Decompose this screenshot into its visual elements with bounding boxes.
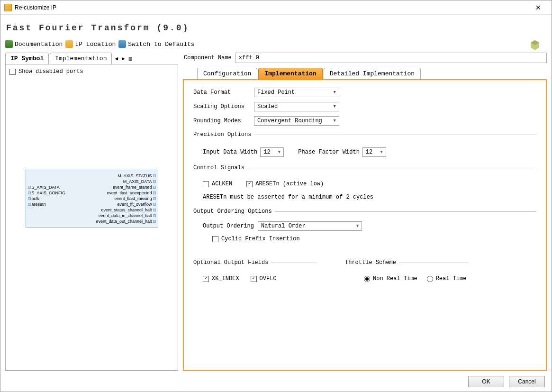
output-ordering-select[interactable]: Natural Order ▼ xyxy=(258,221,362,231)
aclken-label: ACLKEN xyxy=(212,181,232,187)
chevron-down-icon: ▼ xyxy=(334,119,336,123)
documentation-link[interactable]: Documentation xyxy=(5,40,63,48)
xk-index-label: XK_INDEX xyxy=(212,275,239,282)
chevron-down-icon: ▼ xyxy=(356,224,359,228)
non-realtime-radio[interactable]: Non Real Time xyxy=(364,275,417,282)
output-ordering-legend: Output Ordering Options xyxy=(193,208,275,215)
window: Re-customize IP ✕ Fast Fourier Transform… xyxy=(0,0,552,392)
port-label: M_AXIS_DATA xyxy=(123,179,152,184)
component-name-label: Component Name xyxy=(184,55,232,61)
scaling-options-label: Scaling Options xyxy=(193,103,250,110)
rounding-modes-label: Rounding Modes xyxy=(193,118,250,124)
output-ordering-label: Output Ordering xyxy=(203,223,254,229)
select-value: Convergent Rounding xyxy=(257,118,322,124)
ip-symbol-body: Show disabled ports M_AXIS_STATUS M_AXIS… xyxy=(5,64,178,371)
xk-index-checkbox[interactable]: ✓ XK_INDEX xyxy=(203,275,239,282)
port-icon xyxy=(28,186,31,189)
port-icon xyxy=(153,191,156,194)
port-label: S_AXIS_DATA xyxy=(32,185,60,190)
port-icon xyxy=(153,174,156,177)
tab-implementation[interactable]: Implementation xyxy=(258,68,322,79)
port-label: event_frame_started xyxy=(113,185,152,190)
input-data-width-label: Input Data Width xyxy=(203,149,257,155)
radio-icon xyxy=(427,276,433,282)
checkbox-icon xyxy=(9,69,16,75)
port-label: aclk xyxy=(32,196,39,201)
scaling-options-select[interactable]: Scaled ▼ xyxy=(254,102,339,111)
data-format-label: Data Format xyxy=(193,89,250,96)
header: Fast Fourier Transform (9.0) xyxy=(0,15,552,38)
xilinx-logo-icon xyxy=(528,38,542,53)
ok-button[interactable]: OK xyxy=(468,376,504,387)
control-legend: Control Signals xyxy=(193,164,247,171)
port-label: S_AXIS_CONFIG xyxy=(32,191,66,195)
folder-icon xyxy=(65,40,73,48)
cyclic-prefix-checkbox[interactable]: Cyclic Prefix Insertion xyxy=(212,236,300,242)
port-icon xyxy=(28,197,31,200)
port-label: event_data_out_channel_halt xyxy=(96,219,152,224)
tab-prev-icon[interactable]: ◀ xyxy=(113,55,120,62)
tab-configuration[interactable]: Configuration xyxy=(197,68,257,79)
switch-defaults-label: Switch to Defaults xyxy=(128,41,194,48)
data-format-select[interactable]: Fixed Point ▼ xyxy=(254,88,339,97)
left-panel: IP Symbol Implementation ◀ ▶ ▤ Show disa… xyxy=(5,53,178,371)
phase-factor-width-select[interactable]: 12 ▼ xyxy=(362,147,386,157)
checkbox-checked-icon: ✓ xyxy=(203,276,209,282)
ovflo-checkbox[interactable]: ✓ OVFLO xyxy=(251,275,277,282)
port-icon xyxy=(153,197,156,200)
cyclic-label: Cyclic Prefix Insertion xyxy=(221,236,300,242)
port-icon xyxy=(153,214,156,217)
chevron-down-icon: ▼ xyxy=(278,150,281,155)
ip-block-diagram: M_AXIS_STATUS M_AXIS_DATA S_AXIS_DATAeve… xyxy=(26,170,158,228)
port-icon xyxy=(153,203,156,206)
select-value: Fixed Point xyxy=(257,89,295,96)
port-label: event_data_in_channel_halt xyxy=(99,213,152,218)
aresetn-note: ARESETn must be asserted for a minimum o… xyxy=(203,194,534,201)
ovflo-label: OVFLO xyxy=(260,275,277,282)
ip-location-label: IP Location xyxy=(75,41,116,48)
aclken-checkbox[interactable]: ACLKEN xyxy=(203,181,232,187)
window-title: Re-customize IP xyxy=(15,4,529,11)
close-icon[interactable]: ✕ xyxy=(529,4,548,11)
tab-implementation-left[interactable]: Implementation xyxy=(50,53,112,64)
book-icon xyxy=(5,40,13,48)
component-name-input[interactable] xyxy=(235,53,547,63)
tab-menu-icon[interactable]: ▤ xyxy=(127,55,134,62)
radio-checked-icon xyxy=(364,276,370,282)
chevron-down-icon: ▼ xyxy=(334,90,336,95)
phase-factor-width-label: Phase Factor Width xyxy=(298,149,360,155)
port-label: event_status_channel_halt xyxy=(101,208,152,212)
select-value: 12 xyxy=(263,149,270,155)
component-name-row: Component Name xyxy=(183,53,547,63)
documentation-label: Documentation xyxy=(15,41,63,48)
output-ordering-group: Output Ordering Options Output Ordering … xyxy=(193,208,536,244)
input-data-width-select[interactable]: 12 ▼ xyxy=(260,147,284,157)
rounding-modes-select[interactable]: Convergent Rounding ▼ xyxy=(254,116,339,126)
port-label: event_tlast_missing xyxy=(114,196,152,201)
footer: OK Cancel xyxy=(0,371,552,392)
ip-location-link[interactable]: IP Location xyxy=(65,40,116,48)
app-icon xyxy=(4,4,12,11)
cancel-button[interactable]: Cancel xyxy=(509,376,545,387)
tab-detailed-implementation[interactable]: Detailed Implementation xyxy=(324,68,421,79)
port-icon xyxy=(153,186,156,189)
port-icon xyxy=(153,209,156,211)
port-label: event_tlast_unexpected xyxy=(107,191,152,195)
switch-defaults-link[interactable]: Switch to Defaults xyxy=(118,40,194,48)
checkbox-icon xyxy=(203,181,209,187)
select-value: Natural Order xyxy=(261,223,306,229)
port-icon xyxy=(153,220,156,223)
tab-next-icon[interactable]: ▶ xyxy=(120,55,127,62)
toolbar: Documentation IP Location Switch to Defa… xyxy=(0,38,552,53)
port-label: event_fft_overflow xyxy=(118,202,152,207)
port-icon xyxy=(28,191,31,194)
select-value: Scaled xyxy=(257,103,278,110)
port-icon xyxy=(28,203,31,206)
checkbox-checked-icon: ✓ xyxy=(251,276,257,282)
show-disabled-ports-checkbox[interactable]: Show disabled ports xyxy=(9,68,174,75)
tab-ip-symbol[interactable]: IP Symbol xyxy=(5,53,49,64)
aresetn-checkbox[interactable]: ✓ ARESETn (active low) xyxy=(246,181,324,187)
main-content: IP Symbol Implementation ◀ ▶ ▤ Show disa… xyxy=(0,53,552,371)
realtime-radio[interactable]: Real Time xyxy=(427,275,467,282)
refresh-icon xyxy=(118,40,126,48)
